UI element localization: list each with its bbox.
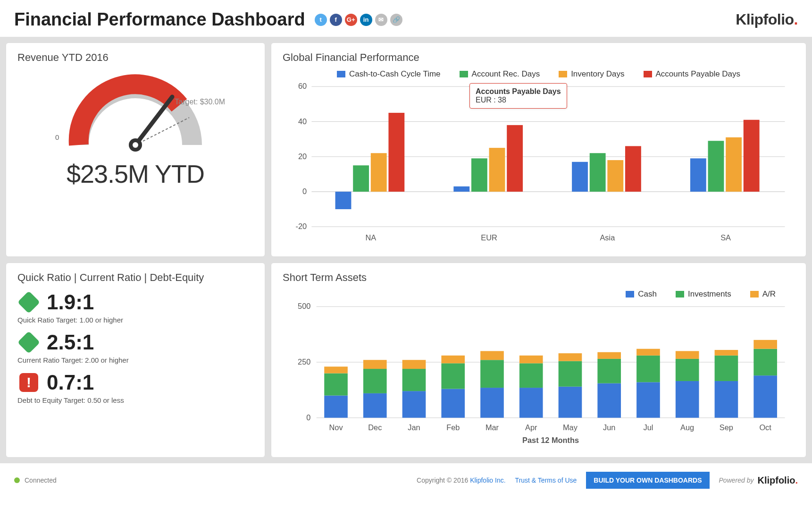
bar[interactable] [363, 369, 387, 393]
gauge-zero-label: 0 [55, 133, 59, 141]
svg-text:Jul: Jul [643, 423, 653, 432]
bar[interactable] [636, 349, 660, 356]
bar[interactable] [519, 356, 543, 363]
bar[interactable] [324, 396, 348, 418]
bar[interactable] [441, 363, 465, 389]
bar[interactable] [324, 373, 348, 395]
ratio-row: 2.5:1 [17, 331, 253, 354]
bar[interactable] [519, 388, 543, 418]
global-perf-panel: Global Financial Performance Cash-to-Cas… [271, 42, 806, 257]
legend-item[interactable]: Accounts Payable Days [644, 69, 741, 79]
bar[interactable] [480, 388, 504, 418]
company-link[interactable]: Klipfolio Inc. [470, 476, 505, 484]
bar[interactable] [715, 350, 738, 356]
facebook-icon[interactable]: f [330, 14, 342, 26]
svg-line-1 [135, 97, 172, 145]
svg-text:Aug: Aug [680, 423, 694, 432]
bar[interactable] [402, 369, 426, 391]
bar[interactable] [597, 383, 621, 418]
bar[interactable] [402, 360, 426, 369]
page-title: Financial Performance Dashboard [14, 9, 305, 30]
ratios-panel: Quick Ratio | Current Ratio | Debt-Equit… [6, 263, 265, 458]
bar[interactable] [453, 187, 469, 192]
bar[interactable] [607, 160, 623, 192]
legend-label: Inventory Days [571, 69, 624, 79]
link-icon[interactable]: 🔗 [390, 14, 402, 26]
legend-item[interactable]: Inventory Days [559, 69, 624, 79]
svg-text:Apr: Apr [525, 423, 537, 432]
legend-item[interactable]: Cash-to-Cash Cycle Time [337, 69, 441, 79]
bar[interactable] [335, 192, 352, 209]
bar[interactable] [753, 340, 777, 349]
bar[interactable] [489, 148, 505, 192]
bar[interactable] [480, 360, 504, 388]
bar[interactable] [690, 158, 706, 191]
svg-text:Jun: Jun [603, 423, 615, 432]
ratios-title: Quick Ratio | Current Ratio | Debt-Equit… [17, 272, 253, 284]
bar[interactable] [715, 381, 738, 418]
bar[interactable] [715, 356, 738, 381]
bar[interactable] [636, 382, 660, 417]
bar[interactable] [324, 366, 348, 373]
bar[interactable] [363, 360, 387, 369]
legend-item[interactable]: Investments [676, 289, 731, 299]
bar[interactable] [676, 359, 699, 381]
legend-item[interactable]: A/R [750, 289, 776, 299]
bar[interactable] [480, 351, 504, 360]
svg-text:Asia: Asia [600, 233, 615, 242]
ratio-value: 1.9:1 [47, 290, 94, 314]
svg-text:0: 0 [302, 187, 307, 196]
linkedin-icon[interactable]: in [360, 14, 372, 26]
legend-label: Investments [688, 289, 731, 299]
bar[interactable] [441, 389, 465, 417]
bar[interactable] [753, 375, 777, 417]
short-term-chart[interactable]: 0250500NovDecJanFebMarAprMayJunJulAugSep… [283, 302, 795, 447]
bar[interactable] [559, 387, 582, 418]
bar[interactable] [388, 113, 404, 192]
short-term-title: Short Term Assets [283, 272, 795, 284]
short-term-legend: CashInvestmentsA/R [283, 289, 795, 299]
bar[interactable] [708, 141, 724, 192]
build-dashboards-button[interactable]: BUILD YOUR OWN DASHBOARDS [586, 472, 709, 489]
legend-label: A/R [762, 289, 776, 299]
svg-text:-20: -20 [296, 222, 307, 230]
bar[interactable] [625, 146, 641, 191]
bar[interactable] [371, 153, 387, 192]
bar[interactable] [507, 125, 523, 192]
bar[interactable] [636, 356, 660, 382]
bar[interactable] [744, 120, 760, 192]
bar[interactable] [402, 391, 426, 417]
copyright-text: Copyright © 2016 Klipfolio Inc. [417, 476, 506, 484]
bar[interactable] [676, 351, 699, 358]
bar[interactable] [753, 349, 777, 375]
svg-text:EUR: EUR [481, 233, 497, 242]
ratio-value: 0.7:1 [47, 371, 94, 394]
svg-text:40: 40 [298, 117, 307, 126]
ratio-subtext: Current Ratio Target: 2.00 or higher [17, 356, 253, 364]
bar[interactable] [590, 153, 606, 192]
footer: Connected Copyright © 2016 Klipfolio Inc… [0, 463, 812, 499]
terms-link[interactable]: Trust & Terms of Use [515, 476, 577, 484]
bar[interactable] [726, 137, 742, 192]
email-icon[interactable]: ✉ [375, 14, 387, 26]
bar[interactable] [363, 393, 387, 418]
bar[interactable] [572, 162, 588, 192]
bar[interactable] [471, 158, 487, 191]
bar[interactable] [676, 381, 699, 418]
googleplus-icon[interactable]: G+ [345, 14, 357, 26]
bar[interactable] [597, 359, 621, 383]
gauge-value-label: $23.5M YTD [17, 159, 253, 188]
legend-label: Accounts Payable Days [656, 69, 741, 79]
legend-item[interactable]: Account Rec. Days [460, 69, 540, 79]
bar[interactable] [597, 352, 621, 359]
header: Financial Performance Dashboard tfG+in✉🔗… [0, 0, 812, 37]
bar[interactable] [559, 361, 582, 387]
twitter-icon[interactable]: t [315, 14, 327, 26]
bar[interactable] [519, 363, 543, 388]
svg-text:Past 12 Months: Past 12 Months [522, 436, 579, 444]
bar[interactable] [353, 165, 369, 192]
legend-item[interactable]: Cash [626, 289, 657, 299]
bar[interactable] [441, 356, 465, 363]
diamond-ok-icon [17, 291, 40, 314]
bar[interactable] [559, 353, 582, 361]
